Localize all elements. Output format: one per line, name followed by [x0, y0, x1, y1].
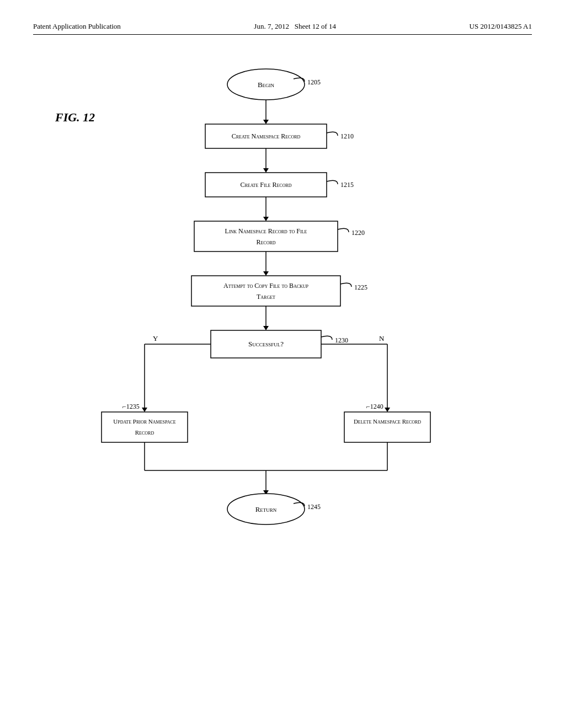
svg-marker-5: [263, 168, 269, 173]
attempt-copy-label2: Target: [257, 293, 275, 301]
begin-label: Begin: [258, 81, 275, 89]
return-label: Return: [255, 505, 277, 513]
header-right: US 2012/0143825 A1: [470, 22, 532, 31]
yes-label: Y: [153, 334, 158, 342]
svg-rect-23: [344, 412, 430, 442]
svg-rect-22: [102, 412, 188, 442]
update-prior-label1: Update Prior Namespace: [113, 418, 176, 425]
flowchart-diagram: Begin 1205 Create Namespace Record 1210 …: [89, 51, 476, 660]
header-left: Patent Application Publication: [33, 22, 121, 31]
link-namespace-label1: Link Namespace Record to File: [225, 227, 307, 235]
ref-1235: ⌐1235: [122, 403, 140, 410]
ref-1215: 1215: [340, 181, 354, 189]
successful-label: Successful?: [248, 340, 284, 348]
create-namespace-label: Create Namespace Record: [232, 132, 301, 140]
ref-1230: 1230: [335, 336, 348, 344]
svg-marker-18: [142, 408, 147, 412]
page: Patent Application Publication Jun. 7, 2…: [0, 0, 565, 728]
ref-1240: ⌐1240: [366, 403, 383, 410]
svg-marker-8: [263, 217, 269, 221]
no-label: N: [379, 334, 385, 342]
page-header: Patent Application Publication Jun. 7, 2…: [33, 22, 532, 35]
link-namespace-label2: Record: [256, 238, 275, 246]
svg-marker-14: [263, 326, 269, 330]
ref-1225: 1225: [354, 283, 367, 291]
ref-1220: 1220: [351, 229, 365, 237]
svg-rect-12: [191, 276, 340, 306]
attempt-copy-label1: Attempt to Copy File to Backup: [223, 282, 309, 290]
header-center: Jun. 7, 2012 Sheet 12 of 14: [254, 22, 336, 31]
figure-label: FIG. 12: [55, 110, 95, 125]
delete-namespace-label1: Delete Namespace Record: [354, 418, 421, 425]
update-prior-label2: Record: [135, 429, 154, 436]
flowchart-svg: Begin 1205 Create Namespace Record 1210 …: [89, 51, 476, 658]
svg-marker-21: [385, 408, 390, 412]
ref-1210: 1210: [340, 132, 354, 140]
svg-marker-11: [263, 271, 269, 276]
svg-rect-9: [194, 221, 338, 251]
ref-1245: 1245: [307, 503, 321, 511]
svg-marker-2: [263, 120, 269, 124]
ref-1205: 1205: [307, 78, 321, 86]
create-file-label: Create File Record: [240, 181, 291, 189]
